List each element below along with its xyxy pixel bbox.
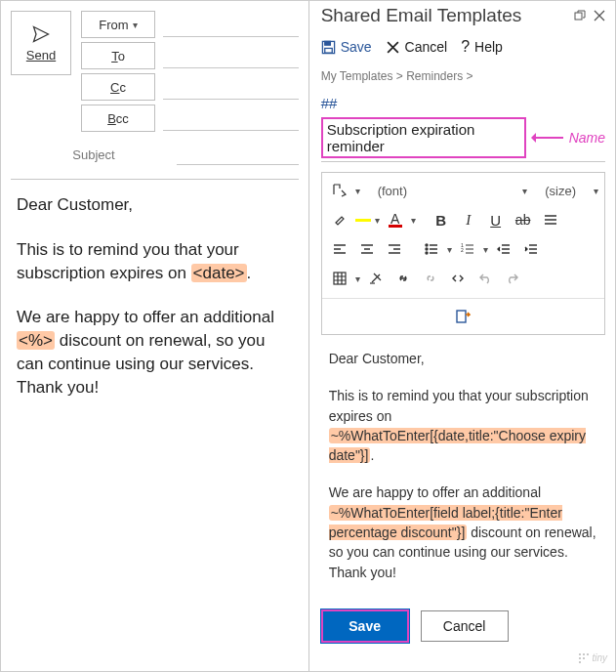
watermark: tiny [579, 652, 607, 663]
email-composer: Send From ▾ To C [1, 1, 309, 671]
table-button[interactable] [328, 267, 351, 290]
italic-button[interactable]: I [457, 208, 480, 231]
bullet-list-button[interactable] [420, 237, 443, 261]
panel-toolbar: Save Cancel ? Help [321, 38, 605, 56]
align-center-icon [360, 242, 374, 256]
highlight-icon [333, 213, 347, 227]
chevron-down-icon[interactable]: ▾ [594, 186, 598, 196]
align-center-button[interactable] [355, 237, 379, 261]
toolbar-cancel[interactable]: Cancel [386, 39, 448, 55]
save-button[interactable]: Save [321, 609, 409, 643]
crumb-sep1: > [396, 69, 403, 83]
chevron-down-icon[interactable]: ▾ [355, 273, 360, 284]
body-p3-placeholder: <%> [17, 331, 55, 350]
highlight-swatch [355, 219, 371, 222]
to-input[interactable] [163, 43, 299, 68]
cc-input[interactable] [163, 74, 299, 100]
size-picker[interactable]: (size) [541, 184, 580, 198]
cancel-button[interactable]: Cancel [421, 610, 509, 642]
outdent-button[interactable] [492, 237, 515, 261]
body-p3-post: discount on renewal, so you can continue… [17, 331, 265, 397]
code-button[interactable] [446, 267, 470, 290]
subject-row: Subject [11, 144, 299, 165]
highlight-button[interactable] [328, 208, 351, 231]
editor-toolbar-secondary [322, 298, 604, 334]
font-color-icon: A [390, 213, 399, 225]
align-right-button[interactable] [383, 237, 406, 261]
format-icon [332, 183, 348, 198]
clear-format-icon [369, 272, 383, 285]
body-p2-placeholder: <date> [191, 264, 247, 282]
to-button[interactable]: To [81, 42, 155, 69]
rich-text-editor: ▾ (font) ▾ (size) ▾ ▾ [321, 172, 605, 335]
save-icon [321, 40, 336, 55]
unlink-button[interactable] [419, 267, 442, 290]
tpl-p2: This is to remind you that your subscrip… [329, 386, 597, 465]
subject-label: Subject [11, 147, 177, 162]
templates-panel: Shared Email Templates Save Cancel ? Hel… [309, 1, 615, 671]
template-name-input[interactable]: Subscription expiration reminder [321, 117, 526, 158]
chevron-down-icon[interactable]: ▾ [522, 186, 527, 196]
table-icon [333, 272, 347, 285]
toolbar-save-label: Save [341, 39, 372, 55]
justify-icon [544, 213, 557, 227]
color-swatch [389, 225, 402, 228]
underline-button[interactable]: U [484, 208, 508, 231]
chevron-down-icon[interactable]: ▾ [375, 215, 380, 226]
body-p2: This is to remind you that your subscrip… [17, 238, 293, 285]
redo-button[interactable] [501, 267, 524, 290]
chevron-down-icon[interactable]: ▾ [355, 186, 360, 196]
toolbar-cancel-label: Cancel [405, 39, 448, 55]
subject-input[interactable] [177, 144, 299, 165]
crumb-sep2: > [467, 69, 473, 83]
tpl-p2-macro: ~%WhatToEnter[{date,title:"Choose expiry… [329, 428, 586, 463]
align-left-button[interactable] [328, 237, 351, 261]
chevron-down-icon[interactable]: ▾ [411, 215, 416, 226]
clear-format-button[interactable] [364, 267, 388, 290]
close-icon[interactable] [594, 10, 605, 21]
font-color-button[interactable]: A [384, 208, 407, 231]
number-list-button[interactable]: 12 [456, 237, 479, 261]
crumb-folder[interactable]: Reminders [406, 69, 463, 83]
indent-button[interactable] [519, 237, 543, 261]
send-button[interactable]: Send [11, 11, 71, 75]
undo-button[interactable] [473, 267, 497, 290]
body-p3-pre: We are happy to offer an additional [17, 308, 274, 326]
toolbar-save[interactable]: Save [321, 39, 372, 55]
template-body-editor[interactable]: Dear Customer, This is to remind you tha… [321, 335, 605, 596]
bcc-input[interactable] [163, 105, 299, 131]
bcc-button[interactable]: Bcc [81, 105, 155, 132]
svg-point-4 [426, 244, 428, 246]
format-menu-button[interactable] [328, 179, 351, 202]
from-input[interactable] [163, 12, 299, 37]
chevron-down-icon: ▾ [133, 20, 138, 30]
help-icon: ? [461, 38, 470, 56]
recipients-group: From ▾ To Cc [81, 11, 299, 132]
chevron-down-icon[interactable]: ▾ [483, 244, 488, 255]
toolbar-help-label: Help [474, 39, 503, 55]
callout-label: Name [569, 130, 605, 146]
send-icon [31, 24, 51, 44]
cancel-icon [386, 40, 400, 55]
chevron-down-icon[interactable]: ▾ [447, 244, 452, 255]
link-button[interactable] [391, 267, 415, 290]
justify-full-button[interactable] [539, 208, 562, 231]
outdent-icon [497, 242, 511, 256]
bullet-list-icon [425, 242, 438, 256]
email-body[interactable]: Dear Customer, This is to remind you tha… [11, 180, 299, 413]
cc-button[interactable]: Cc [81, 73, 155, 101]
strikethrough-button[interactable]: ab [512, 208, 535, 231]
from-button[interactable]: From ▾ [81, 11, 155, 38]
number-list-icon: 12 [461, 242, 474, 256]
insert-macro-button[interactable] [328, 305, 598, 328]
app-root: Send From ▾ To C [1, 1, 615, 671]
toolbar-help[interactable]: ? Help [461, 38, 503, 56]
popout-icon[interactable] [574, 10, 586, 21]
body-p1: Dear Customer, [17, 193, 293, 217]
font-picker[interactable]: (font) [374, 184, 411, 198]
watermark-text: tiny [592, 652, 607, 663]
tpl-p1: Dear Customer, [329, 349, 597, 368]
bold-button[interactable]: B [430, 208, 453, 231]
crumb-root[interactable]: My Templates [321, 69, 393, 83]
compose-header: Send From ▾ To C [11, 11, 299, 132]
